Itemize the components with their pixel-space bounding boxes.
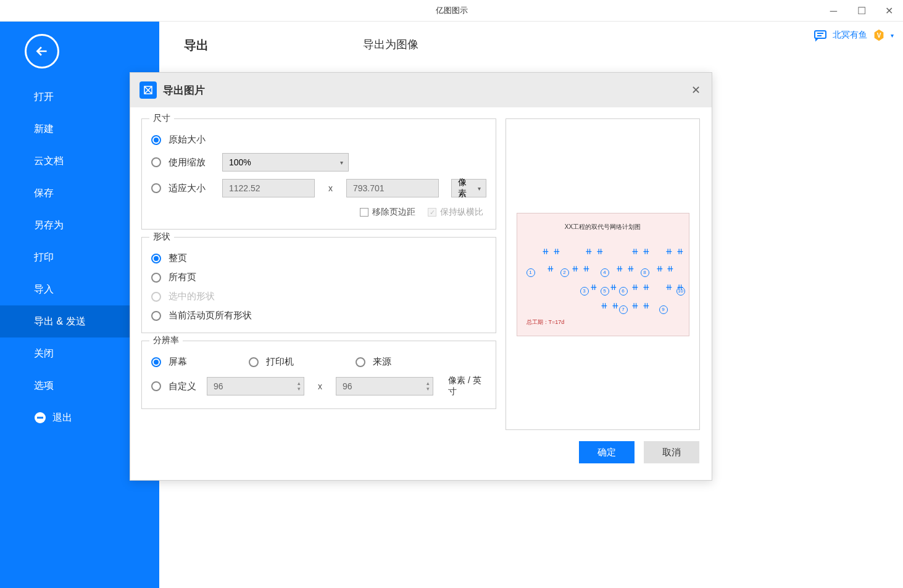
selected-shapes-label: 选中的形状 xyxy=(169,291,215,302)
screen-label: 屏幕 xyxy=(169,356,187,368)
resolution-legend: 分辨率 xyxy=(149,335,183,346)
keep-ratio-label: 保持纵横比 xyxy=(440,207,483,218)
radio-fit-label: 适应大小 xyxy=(169,183,215,194)
unit-select[interactable]: 像素 xyxy=(451,179,486,197)
radio-full-page[interactable] xyxy=(151,254,161,263)
dialog-close-button[interactable]: ✕ xyxy=(691,83,701,97)
dialog-app-icon xyxy=(139,81,157,99)
radio-custom[interactable] xyxy=(151,381,161,391)
cancel-button[interactable]: 取消 xyxy=(644,441,699,463)
size-fieldset: 尺寸 原始大小 使用缩放 100% 适应大小 x 像素 xyxy=(141,118,496,230)
export-dialog: 导出图片 ✕ 尺寸 原始大小 使用缩放 100% 适应大小 xyxy=(130,72,712,481)
page-heading: 导出 xyxy=(184,37,209,54)
size-legend: 尺寸 xyxy=(149,113,174,124)
radio-original-size[interactable] xyxy=(151,135,161,145)
preview-panel: XX工程的双代号网络计划图 1 2 3 4 5 6 7 8 9 10 ⧺ ⧺ ⧺… xyxy=(506,118,700,430)
width-input[interactable] xyxy=(222,179,315,197)
arrow-left-icon xyxy=(34,43,50,59)
dialog-title: 导出图片 xyxy=(163,83,205,97)
minimize-button[interactable]: ─ xyxy=(820,0,847,22)
dpi-y-input[interactable]: 96 xyxy=(336,377,433,395)
preview-duration: 总工期：T=17d xyxy=(526,318,565,326)
close-button[interactable]: ✕ xyxy=(875,0,903,22)
back-button[interactable] xyxy=(25,34,59,68)
radio-selected-shapes xyxy=(151,292,161,302)
preview-diagram-title: XX工程的双代号网络计划图 xyxy=(523,223,683,231)
radio-printer[interactable] xyxy=(249,357,259,367)
custom-label: 自定义 xyxy=(169,381,199,392)
all-pages-label: 所有页 xyxy=(169,271,215,283)
shape-legend: 形状 xyxy=(149,231,174,242)
x-separator: x xyxy=(328,183,333,193)
exit-icon xyxy=(34,412,46,424)
radio-screen[interactable] xyxy=(151,357,161,367)
maximize-button[interactable]: ☐ xyxy=(847,0,875,22)
full-page-label: 整页 xyxy=(169,252,215,264)
remove-margin-label: 移除页边距 xyxy=(372,207,415,218)
scale-select[interactable]: 100% xyxy=(222,153,349,172)
dpi-x-input[interactable]: 96 xyxy=(207,377,304,395)
checkbox-remove-margin[interactable] xyxy=(360,208,368,217)
radio-scale[interactable] xyxy=(151,157,161,167)
preview-image: XX工程的双代号网络计划图 1 2 3 4 5 6 7 8 9 10 ⧺ ⧺ ⧺… xyxy=(517,213,689,336)
svg-rect-5 xyxy=(37,417,43,419)
source-label: 来源 xyxy=(373,356,391,368)
page-subheading: 导出为图像 xyxy=(363,37,418,54)
checkbox-keep-ratio xyxy=(428,208,436,217)
ok-button[interactable]: 确定 xyxy=(579,441,635,463)
radio-source[interactable] xyxy=(356,357,365,367)
x-separator-2: x xyxy=(318,381,322,391)
resolution-fieldset: 分辨率 屏幕 打印机 来源 xyxy=(141,341,496,409)
printer-label: 打印机 xyxy=(266,356,294,368)
current-page-label: 当前活动页所有形状 xyxy=(169,310,252,321)
radio-all-pages[interactable] xyxy=(151,273,161,283)
dpi-unit-label: 像素 / 英寸 xyxy=(448,375,486,397)
height-input[interactable] xyxy=(346,179,439,197)
radio-current-page[interactable] xyxy=(151,311,161,321)
radio-scale-label: 使用缩放 xyxy=(169,157,215,168)
app-title: 亿图图示 xyxy=(436,5,468,16)
radio-fit[interactable] xyxy=(151,183,161,193)
shape-fieldset: 形状 整页 所有页 选中的形状 当前活动页所有形状 xyxy=(141,237,496,333)
radio-original-label: 原始大小 xyxy=(169,134,215,146)
preview-diagram: 1 2 3 4 5 6 7 8 9 10 ⧺ ⧺ ⧺ ⧺ ⧺ ⧺ ⧺ xyxy=(523,241,683,315)
